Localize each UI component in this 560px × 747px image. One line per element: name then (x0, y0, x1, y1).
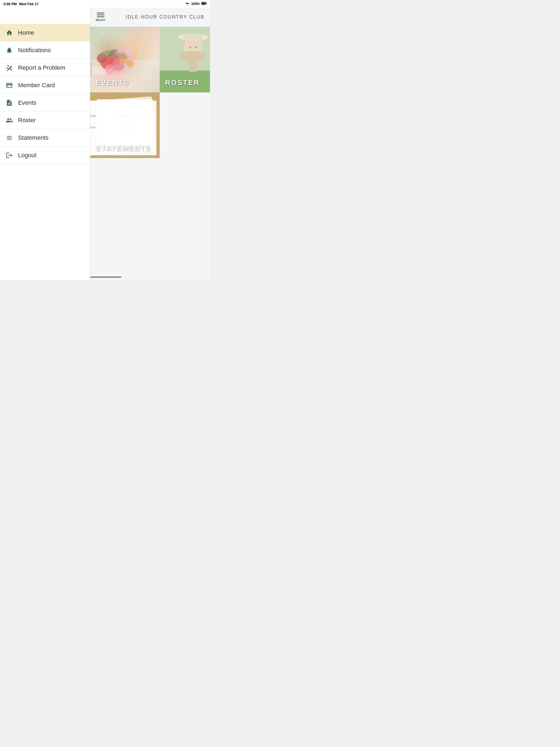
svg-text:Amount Paid: Amount Paid (90, 114, 96, 118)
svg-point-27 (189, 46, 191, 48)
menu-button[interactable]: MENU (96, 12, 105, 22)
main-content: MENU IDLE HOUR COUNTRY CLUB (90, 8, 210, 280)
svg-point-15 (127, 60, 134, 68)
wrench-icon (5, 64, 13, 72)
roster-icon (5, 117, 13, 124)
events-label: Events (18, 99, 36, 106)
sidebar-item-events[interactable]: Events (0, 94, 90, 111)
tiles-area: EVENTS (90, 27, 210, 280)
logout-label: Logout (18, 152, 36, 159)
report-label: Report a Problem (18, 64, 65, 71)
battery-icon (201, 2, 207, 6)
notifications-label: Notifications (18, 47, 51, 54)
top-bar: MENU IDLE HOUR COUNTRY CLUB (90, 8, 210, 27)
status-date: Wed Feb 17 (19, 2, 39, 6)
card-icon (5, 81, 13, 89)
app-container: Home Notifications Report a Proble (0, 8, 210, 280)
statements-icon (5, 134, 13, 141)
events-tile[interactable]: EVENTS (90, 27, 160, 93)
svg-point-13 (105, 64, 115, 74)
sidebar-item-logout[interactable]: Logout (0, 147, 90, 164)
menu-bar-2 (97, 15, 104, 15)
sidebar: Home Notifications Report a Proble (0, 8, 90, 280)
sidebar-item-roster[interactable]: Roster (0, 111, 90, 129)
sidebar-item-notifications[interactable]: Notifications (0, 42, 90, 59)
statements-label: Statements (18, 134, 48, 141)
roster-label: Roster (18, 117, 36, 124)
bell-icon (5, 47, 13, 54)
menu-label: MENU (96, 18, 105, 22)
svg-rect-3 (6, 85, 8, 86)
status-time: 3:06 PM (3, 2, 17, 6)
status-bar: 3:06 PM Wed Feb 17 100% (0, 0, 210, 8)
wifi-icon (185, 2, 189, 6)
home-label: Home (18, 29, 34, 36)
svg-point-28 (195, 46, 197, 48)
svg-point-30 (181, 51, 205, 62)
member-card-label: Member Card (18, 82, 55, 89)
svg-rect-26 (183, 34, 203, 40)
svg-rect-21 (91, 62, 92, 76)
svg-text:$##.##: $##.## (126, 131, 135, 134)
sidebar-header (0, 8, 90, 24)
svg-point-8 (136, 45, 144, 60)
roster-tile[interactable]: ROSTER (160, 27, 210, 93)
logout-icon (5, 152, 13, 159)
events-icon (5, 99, 13, 107)
svg-rect-4 (90, 60, 160, 93)
club-title: IDLE HOUR COUNTRY CLUB (126, 14, 205, 20)
home-icon (5, 29, 13, 36)
battery-percent: 100% (191, 2, 200, 6)
home-indicator (88, 277, 121, 278)
svg-text:Updated: January 01, 2017: Updated: January 01, 2017 (118, 114, 151, 118)
statements-tile[interactable]: Charge Amount Paid Updated: January 01, … (90, 93, 160, 158)
menu-bar-3 (97, 17, 104, 17)
sidebar-item-member-card[interactable]: Member Card (0, 77, 90, 94)
roster-tile-label: ROSTER (165, 78, 200, 87)
sidebar-item-report[interactable]: Report a Problem (0, 59, 90, 77)
events-tile-label: EVENTS (96, 78, 129, 87)
svg-text:Amount Paid: Amount Paid (90, 126, 96, 129)
svg-text:Balance: Balance (126, 126, 136, 129)
sidebar-item-statements[interactable]: Statements (0, 129, 90, 147)
sidebar-nav: Home Notifications Report a Proble (0, 24, 90, 280)
menu-bar-1 (97, 12, 104, 14)
svg-rect-2 (206, 3, 207, 4)
sidebar-item-home[interactable]: Home (0, 24, 90, 42)
svg-rect-1 (202, 2, 206, 5)
statements-tile-label: STATEMENTS (96, 144, 151, 153)
